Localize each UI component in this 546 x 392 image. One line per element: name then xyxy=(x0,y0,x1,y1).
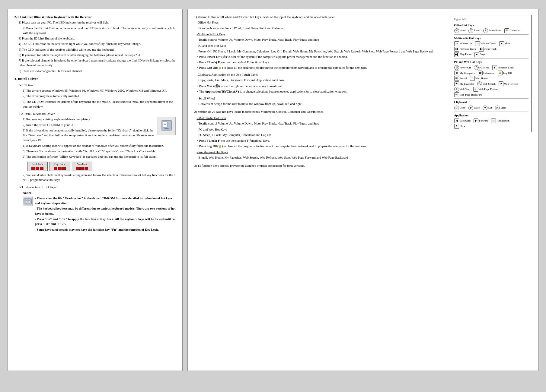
step-3-1-3: 3) The CD-ROM contents the drivers of th… xyxy=(23,100,176,109)
logoff2-bullet: Press Log Off(🔒) to close all the progra… xyxy=(197,144,532,149)
fig-word: W Word xyxy=(454,28,466,33)
fig-vol-down-icon: ↓- xyxy=(475,41,480,46)
step-2-3-7: 7) If the selected channel is interfered… xyxy=(19,58,176,68)
figure-mm-row1: ↑+ Volume Up ↓- Volume Down ✕ Mute xyxy=(454,41,528,46)
heading-3-3: 3-3. Introduction of Hot Keys xyxy=(19,185,176,190)
step-3-2-4: 4) A Keyboard Setting icon will appear o… xyxy=(23,144,176,148)
figure-close-row: ✗ Close xyxy=(454,124,528,129)
fig-cal-icon: 📅 xyxy=(504,28,509,33)
fig-power: ⏻ Power Off xyxy=(454,65,471,70)
fig-mark-icon: M xyxy=(495,106,500,110)
step-3-2-6-row: 6) The application software "Office Keyb… xyxy=(23,154,176,160)
step-3-2-6: 6) The application software "Office Keyb… xyxy=(23,154,176,159)
fig-excel-label: Excel xyxy=(474,29,480,33)
fig-web-search: 🔍 Web Search xyxy=(477,81,496,86)
step-3-1-1: 1) The driver supports Windows 95, Windo… xyxy=(23,88,176,93)
fig-home-label: Web Home xyxy=(475,77,488,81)
fig-mark-label: Mark xyxy=(500,106,506,110)
fig-vol-up-icon: ↑+ xyxy=(454,41,459,46)
fig-fav-icon: ★ xyxy=(454,81,459,86)
notice-line-1: - Please view the file "Readme.doc" in t… xyxy=(35,196,176,206)
figure-office-title: Office Hot Keys xyxy=(454,23,528,27)
figure-pcweb-row6: ⇐ Web Page Backward xyxy=(454,92,528,97)
fig-cut-icon: ✂ xyxy=(483,106,487,110)
svg-text:Setup: Setup xyxy=(164,127,169,130)
notice-area: Notice: xyxy=(23,191,176,233)
heading-3-2: 3-2. Install Keyboard Driver xyxy=(19,112,176,116)
svg-rect-11 xyxy=(24,201,26,202)
fig-power-icon: ⏻ xyxy=(454,65,459,70)
scroll-lock-icon: Scroll Lock xyxy=(27,162,48,171)
fig-paste-label: Paste xyxy=(474,106,480,110)
fig-my-computer: 🖥 My Computer xyxy=(454,71,475,75)
web2-desc: E-mail, Web Home, My Favorites, Web Sear… xyxy=(199,155,532,160)
fig-paste: P Paste xyxy=(468,106,480,110)
fig-refresh-icon: ↺ xyxy=(499,81,503,86)
fig-forward: ▶ Forward xyxy=(474,119,488,123)
fig-close-icon: ✗ xyxy=(454,124,459,129)
fig-application: ⬜ Application xyxy=(491,119,509,123)
svg-rect-15 xyxy=(25,202,30,203)
fig-backward-label: Backward xyxy=(460,119,471,123)
fig-email-label: E-mail xyxy=(460,77,467,81)
figure-mm-title: Multimedia Hot Keys xyxy=(454,36,528,40)
flock2-bullet: Press F Lock( F ) to use the standard F … xyxy=(197,138,532,143)
pc2-desc: PC Sleep, F Lock, My Computer, Calculato… xyxy=(199,133,532,138)
led-9 xyxy=(85,167,88,170)
figure-application: Application ◀ Backward ▶ Forward ⬜ Appli… xyxy=(454,113,528,129)
fig-flock-icon: F xyxy=(492,65,497,70)
fig-back-icon: ⇐ xyxy=(454,92,459,97)
notice-line-2: - The keyboard hot keys may be different… xyxy=(35,206,176,216)
figure-pcweb-title: PC and Web Hot Keys xyxy=(454,60,528,64)
scroll-lock-label: Scroll Lock xyxy=(29,163,46,166)
notice-line-3: - Press "Fn" and "F12" to apply the func… xyxy=(35,217,176,227)
svg-rect-14 xyxy=(29,201,30,202)
steps-2-3: 1) Please turn on your PC. The LED indic… xyxy=(19,20,176,74)
steps-3-1: 1) The driver supports Windows 95, Windo… xyxy=(23,88,176,109)
led-5 xyxy=(58,167,62,170)
pcweb-hk-title-text: -PC and Web Hot Keys xyxy=(197,44,226,47)
fig-stop-label: Stop xyxy=(480,52,485,57)
caps-lock-label: Caps Lock xyxy=(51,163,68,166)
item3: 3) 14 function keys directly provide the… xyxy=(194,163,532,168)
fig-search-label: Web Search xyxy=(483,82,496,86)
fig-prev-label: Previous Track xyxy=(460,47,476,51)
lock-icons-row: Scroll Lock Caps Lock xyxy=(27,162,176,171)
fig-vol-down-label: Volume Down xyxy=(481,42,496,46)
fig-next-track: ▶| Next Track xyxy=(479,47,497,52)
web2-title-text: - Web/Internet Hot Keys xyxy=(197,150,228,154)
figure-box: Figure 3-3-1 Office Hot Keys W Word X Ex… xyxy=(451,15,532,132)
fig-web-refresh: ↺ Web Refresh xyxy=(499,81,518,86)
figure-app-row: ◀ Backward ▶ Forward ⬜ Application xyxy=(454,119,528,123)
svg-rect-3 xyxy=(164,124,167,124)
fig-calc-label: Calculator xyxy=(483,71,495,75)
fig-paste-icon: P xyxy=(468,106,473,110)
fig-fav-label: My Favorites xyxy=(460,82,474,86)
fig-app-icon: ⬜ xyxy=(491,119,496,123)
fig-cut-label: Cut xyxy=(488,106,492,110)
fig-stop: ■ Stop xyxy=(474,52,485,57)
setup-icon: Setup xyxy=(158,117,176,135)
fig-power-label: Power Off xyxy=(460,66,471,70)
fig-email: ✉ E-mail xyxy=(454,76,467,81)
fig-vol-down: ↓- Volume Down xyxy=(475,41,496,46)
step-2-3-2: 2) Press the ID Link Button on the recei… xyxy=(23,26,176,36)
fig-word-label: Word xyxy=(460,29,466,33)
fig-page-backward: ⇐ Web Page Backward xyxy=(454,92,482,97)
svg-rect-2 xyxy=(164,123,167,123)
mm-hk-title-text: -Multimedia Hot Keys xyxy=(197,33,225,36)
step-2-3-3: 3) Press the ID Link Button of the keybo… xyxy=(19,36,176,41)
fig-sleep-icon: ☽ xyxy=(474,65,479,70)
notice-line-4: - Some keyboard models may not have the … xyxy=(35,227,176,232)
pc2-title-text: - PC and Web Hot Keys xyxy=(197,128,227,131)
step-3-2-area: Setup 1) Remove any existing keyboard dr… xyxy=(14,117,176,154)
num-lock-icon: Num Lock xyxy=(72,162,92,171)
led-8 xyxy=(80,167,84,170)
fig-flock-label: Function Lock xyxy=(498,66,514,70)
fig-play-pause: ▶‖ Play/Pause xyxy=(454,52,472,57)
fig-computer-icon: 🖥 xyxy=(454,71,459,75)
fig-search-icon: 🔍 xyxy=(477,81,482,86)
figure-clipboard-row: © Copy P Paste ✂ Cut M Mark xyxy=(454,106,528,110)
num-lock-label: Num Lock xyxy=(74,163,91,166)
svg-rect-10 xyxy=(29,199,30,200)
